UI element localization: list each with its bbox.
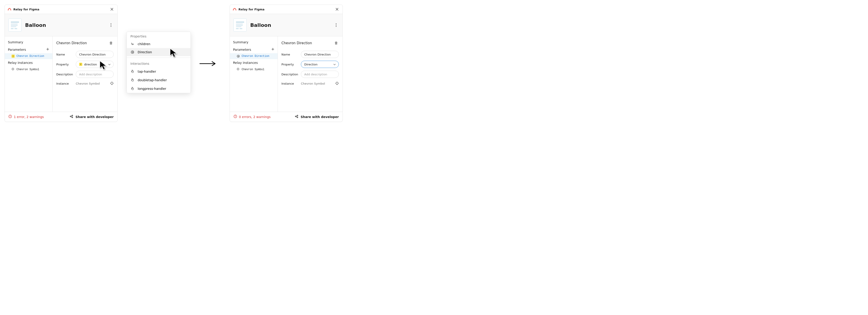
- svg-rect-24: [236, 25, 243, 26]
- error-status[interactable]: 0 errors, 2 warnings: [234, 115, 271, 119]
- plugin-panel-before: Relay for Figma Balloon: [4, 4, 118, 122]
- add-parameter-icon[interactable]: [271, 47, 274, 51]
- sidebar-summary[interactable]: Summary: [230, 39, 278, 46]
- doubletap-gesture-icon: [130, 78, 134, 82]
- svg-rect-4: [11, 28, 13, 29]
- component-thumb: [8, 19, 22, 32]
- sidebar-item-instance[interactable]: Chevron Symbol: [5, 66, 53, 73]
- svg-rect-9: [13, 56, 13, 57]
- instance-value: Chevron Symbol: [76, 82, 107, 85]
- svg-point-38: [297, 115, 298, 116]
- svg-point-6: [111, 23, 111, 24]
- name-input[interactable]: Chevron Direction: [301, 51, 339, 58]
- editor-title: Chevron Direction: [281, 41, 312, 45]
- svg-point-18: [70, 116, 71, 117]
- name-input[interactable]: Chevron Direction: [76, 51, 114, 58]
- menu-item-doubletap-handler[interactable]: doubletap-handler: [127, 76, 191, 84]
- description-label: Description: [56, 73, 73, 76]
- diamond-icon: [11, 68, 14, 71]
- svg-rect-3: [11, 26, 16, 27]
- svg-point-8: [111, 26, 111, 27]
- svg-rect-23: [236, 24, 243, 24]
- delete-icon[interactable]: [108, 40, 114, 46]
- component-thumb: [234, 19, 247, 32]
- menu-item-label: longpress-handler: [138, 87, 166, 91]
- popover-group-properties: Properties: [127, 32, 191, 40]
- menu-item-label: tap-handler: [138, 70, 156, 73]
- sidebar: Summary Parameters Chevron Direction Rel…: [230, 36, 278, 112]
- locate-target-icon[interactable]: [335, 81, 339, 86]
- sidebar-relay-instances[interactable]: Relay instances: [5, 59, 53, 66]
- sidebar-item-label: Chevron Direction: [17, 55, 44, 58]
- chevron-down-icon: [333, 63, 336, 66]
- children-icon: [130, 42, 134, 46]
- titlebar: Relay for Figma: [5, 5, 117, 14]
- diamond-icon: [237, 68, 239, 71]
- sidebar-item-label: Chevron Direction: [242, 55, 269, 58]
- popover-group-interactions: Interactions: [127, 59, 191, 67]
- menu-item-label: Direction: [138, 50, 152, 54]
- description-label: Description: [281, 73, 298, 76]
- add-parameter-icon[interactable]: [46, 47, 49, 51]
- sidebar-parameters[interactable]: Parameters: [230, 46, 278, 53]
- share-button[interactable]: Share with developer: [70, 115, 114, 119]
- description-input[interactable]: Add description: [301, 71, 339, 78]
- share-button[interactable]: Share with developer: [295, 115, 339, 119]
- panel-footer: 0 errors, 2 warnings Share with develope…: [230, 112, 342, 121]
- svg-rect-11: [12, 68, 14, 70]
- warning-badge-icon: [79, 63, 82, 66]
- svg-rect-25: [236, 26, 241, 27]
- sidebar-summary[interactable]: Summary: [5, 39, 53, 46]
- sidebar-item-label: Chevron Symbol: [242, 68, 265, 71]
- sidebar-item-instance[interactable]: Chevron Symbol: [230, 66, 278, 73]
- svg-rect-10: [13, 57, 13, 57]
- svg-rect-1: [11, 24, 18, 24]
- sidebar-item-chevron-direction[interactable]: Chevron Direction: [5, 53, 53, 59]
- editor-title: Chevron Direction: [56, 41, 87, 45]
- more-icon[interactable]: [108, 22, 114, 28]
- more-icon[interactable]: [333, 22, 339, 28]
- svg-point-28: [336, 23, 336, 24]
- panel-footer: 1 error, 2 warnings Share with developer: [5, 112, 117, 121]
- instance-label: Instance: [56, 82, 73, 85]
- svg-rect-22: [236, 22, 244, 23]
- svg-rect-27: [240, 28, 242, 29]
- svg-rect-26: [236, 28, 239, 29]
- property-select[interactable]: direction: [76, 61, 114, 68]
- svg-rect-0: [11, 22, 19, 23]
- sidebar-relay-instances[interactable]: Relay instances: [230, 59, 278, 66]
- menu-item-direction[interactable]: Direction: [127, 48, 191, 56]
- svg-rect-5: [14, 28, 17, 29]
- instance-value: Chevron Symbol: [301, 82, 333, 85]
- close-icon[interactable]: [109, 6, 115, 12]
- svg-point-30: [336, 26, 336, 27]
- sidebar-parameters[interactable]: Parameters: [5, 46, 53, 53]
- relay-brand-icon: [7, 8, 11, 11]
- delete-icon[interactable]: [333, 40, 339, 46]
- popover-divider: [127, 58, 191, 58]
- description-input[interactable]: Add description: [76, 71, 114, 78]
- menu-item-longpress-handler[interactable]: longpress-handler: [127, 84, 191, 93]
- longpress-gesture-icon: [130, 86, 134, 91]
- parameter-editor: Chevron Direction Name Chevron Direction…: [278, 36, 342, 112]
- locate-target-icon[interactable]: [110, 81, 114, 86]
- close-icon[interactable]: [334, 6, 340, 12]
- menu-item-tap-handler[interactable]: tap-handler: [127, 67, 191, 76]
- menu-item-label: children: [138, 42, 150, 46]
- share-icon: [295, 115, 298, 119]
- svg-rect-2: [11, 25, 18, 26]
- plugin-title: Relay for Figma: [13, 8, 39, 11]
- error-status[interactable]: 1 error, 2 warnings: [8, 115, 44, 119]
- share-icon: [70, 115, 73, 119]
- error-icon: [8, 115, 12, 119]
- property-select[interactable]: Direction: [301, 61, 339, 68]
- svg-point-37: [295, 116, 296, 117]
- menu-item-children[interactable]: children: [127, 40, 191, 48]
- sidebar-item-chevron-direction[interactable]: Chevron Direction: [230, 53, 278, 59]
- warning-badge-icon: [11, 55, 15, 58]
- plugin-title: Relay for Figma: [239, 8, 265, 11]
- component-name: Balloon: [250, 22, 271, 28]
- titlebar: Relay for Figma: [230, 5, 342, 14]
- tap-gesture-icon: [130, 70, 134, 74]
- chevron-down-icon: [108, 63, 111, 66]
